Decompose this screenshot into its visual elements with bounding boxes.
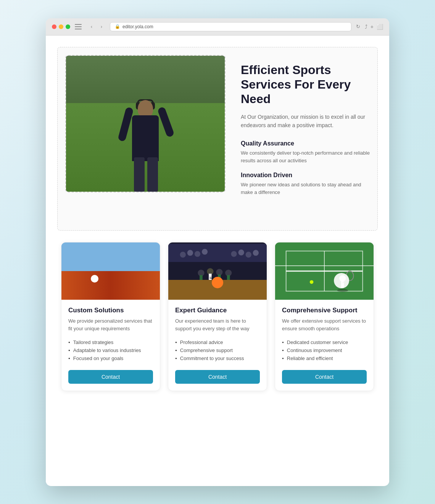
card-tennis-image bbox=[275, 242, 374, 300]
card-custom-solutions: Custom Solutions We provide personalized… bbox=[61, 242, 160, 391]
new-tab-icon[interactable]: + bbox=[371, 24, 374, 30]
contact-button-2[interactable]: Contact bbox=[175, 370, 260, 384]
address-bar[interactable]: 🔒 editor.yola.com bbox=[110, 22, 351, 31]
feature-quality: Quality Assurance We consistently delive… bbox=[241, 140, 370, 164]
minimize-button[interactable] bbox=[59, 24, 63, 29]
feature-innovation-desc: We pioneer new ideas and solutions to st… bbox=[241, 181, 370, 196]
leg-right bbox=[147, 157, 158, 192]
svg-rect-8 bbox=[114, 279, 117, 286]
list-item: Tailored strategies bbox=[68, 338, 153, 346]
card-expert-guidance: 12 bbox=[168, 242, 267, 391]
card-expert-list: Professional advice Comprehensive suppor… bbox=[175, 338, 260, 362]
svg-point-37 bbox=[339, 275, 346, 282]
hero-section-wrapper: Efficient Sports Services For Every Need… bbox=[57, 47, 378, 231]
contact-button-1[interactable]: Contact bbox=[68, 370, 153, 384]
svg-point-5 bbox=[102, 276, 108, 281]
browser-content: Efficient Sports Services For Every Need… bbox=[46, 36, 389, 486]
crowd-background bbox=[66, 56, 225, 103]
svg-rect-10 bbox=[119, 279, 121, 286]
leg-left bbox=[134, 157, 145, 192]
person-head bbox=[138, 100, 153, 117]
sidebar-toggle-icon[interactable] bbox=[75, 24, 82, 29]
url-text: editor.yola.com bbox=[122, 24, 153, 29]
list-item: Dedicated customer service bbox=[282, 338, 367, 346]
svg-rect-38 bbox=[341, 281, 344, 288]
card-support-desc: We offer extensive support services to e… bbox=[282, 317, 367, 332]
svg-line-40 bbox=[343, 279, 346, 283]
svg-point-26 bbox=[195, 251, 200, 257]
svg-point-7 bbox=[113, 274, 118, 279]
feature-quality-title: Quality Assurance bbox=[241, 140, 370, 147]
card-support-title: Comprehensive Support bbox=[282, 307, 367, 314]
card-expert-title: Expert Guidance bbox=[175, 307, 260, 314]
extensions-icon[interactable]: ⬜ bbox=[377, 24, 383, 30]
feature-innovation-title: Innovation Driven bbox=[241, 172, 370, 179]
browser-window: ‹ › 🔒 editor.yola.com ↻ ⤴ + ⬜ bbox=[46, 18, 389, 486]
feature-quality-desc: We consistently deliver top-notch perfor… bbox=[241, 149, 370, 164]
refresh-button[interactable]: ↻ bbox=[356, 24, 360, 29]
share-icon[interactable]: ⤴ bbox=[365, 24, 367, 30]
person-torso bbox=[132, 115, 159, 161]
svg-rect-15 bbox=[200, 275, 203, 283]
list-item: Professional advice bbox=[175, 338, 260, 346]
card-support-body: Comprehensive Support We offer extensive… bbox=[275, 300, 374, 391]
svg-rect-19 bbox=[218, 275, 221, 283]
card-custom-body: Custom Solutions We provide personalized… bbox=[61, 300, 160, 391]
hero-image-wrapper bbox=[65, 55, 226, 192]
svg-line-4 bbox=[111, 280, 149, 299]
list-item: Adaptable to various industries bbox=[68, 346, 153, 354]
card-baseball-image bbox=[61, 242, 160, 300]
cards-grid: Custom Solutions We provide personalized… bbox=[61, 242, 374, 391]
card-support-list: Dedicated customer service Continuous im… bbox=[282, 338, 367, 362]
svg-line-3 bbox=[72, 280, 111, 299]
svg-rect-6 bbox=[104, 280, 107, 288]
card-expert-body: Expert Guidance Our experienced team is … bbox=[168, 300, 267, 391]
svg-point-9 bbox=[118, 276, 122, 280]
svg-rect-13 bbox=[168, 280, 267, 299]
svg-point-42 bbox=[337, 289, 348, 292]
svg-rect-21 bbox=[227, 275, 230, 283]
svg-text:12: 12 bbox=[209, 277, 213, 279]
card-custom-title: Custom Solutions bbox=[68, 307, 153, 314]
navigation-arrows: ‹ › bbox=[88, 23, 105, 31]
list-item: Focused on your goals bbox=[68, 354, 153, 362]
close-button[interactable] bbox=[52, 24, 56, 29]
card-comprehensive-support: Comprehensive Support We offer extensive… bbox=[275, 242, 374, 391]
browser-chrome: ‹ › 🔒 editor.yola.com ↻ ⤴ + ⬜ bbox=[46, 18, 389, 36]
list-item: Commitment to your success bbox=[175, 354, 260, 362]
svg-point-25 bbox=[187, 250, 193, 256]
svg-rect-1 bbox=[61, 271, 160, 299]
hero-description: At Our Organization, our mission is to e… bbox=[241, 113, 370, 130]
feature-innovation: Innovation Driven We pioneer new ideas a… bbox=[241, 172, 370, 196]
list-item: Comprehensive support bbox=[175, 346, 260, 354]
svg-point-24 bbox=[180, 252, 186, 258]
card-expert-desc: Our experienced team is here to support … bbox=[175, 317, 260, 332]
card-custom-desc: We provide personalized services that fi… bbox=[68, 317, 153, 332]
svg-point-30 bbox=[246, 252, 251, 258]
card-basketball-image: 12 bbox=[168, 242, 267, 300]
svg-point-31 bbox=[253, 250, 259, 256]
contact-button-3[interactable]: Contact bbox=[282, 370, 367, 384]
card-custom-list: Tailored strategies Adaptable to various… bbox=[68, 338, 153, 362]
list-item: Continuous improvement bbox=[282, 346, 367, 354]
svg-point-11 bbox=[109, 274, 113, 278]
browser-actions: ⤴ + ⬜ bbox=[365, 24, 383, 30]
svg-point-27 bbox=[202, 249, 208, 255]
svg-point-28 bbox=[231, 251, 237, 257]
svg-point-29 bbox=[238, 250, 244, 255]
forward-button[interactable]: › bbox=[98, 23, 105, 31]
cards-section: Custom Solutions We provide personalized… bbox=[57, 242, 378, 391]
traffic-lights bbox=[52, 24, 70, 29]
svg-rect-2 bbox=[61, 280, 160, 299]
svg-point-41 bbox=[310, 280, 314, 284]
hero-image bbox=[66, 56, 225, 192]
svg-rect-0 bbox=[61, 244, 160, 299]
hero-content: Efficient Sports Services For Every Need… bbox=[241, 55, 370, 204]
hero-section: Efficient Sports Services For Every Need… bbox=[65, 55, 370, 204]
list-item: Reliable and efficient bbox=[282, 354, 367, 362]
back-button[interactable]: ‹ bbox=[88, 23, 95, 31]
hero-title: Efficient Sports Services For Every Need bbox=[241, 63, 370, 107]
maximize-button[interactable] bbox=[66, 24, 70, 29]
lock-icon: 🔒 bbox=[115, 24, 120, 29]
